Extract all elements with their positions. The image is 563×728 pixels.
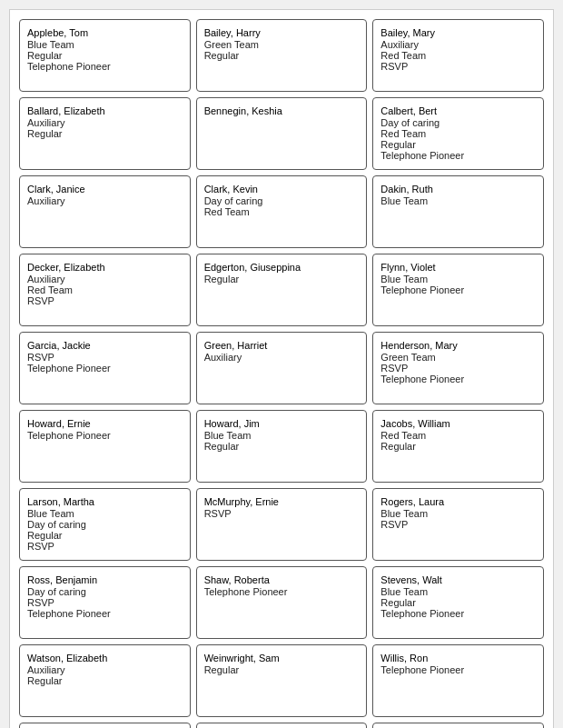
card: Applebe, TomBlue TeamRegularTelephone Pi… [19,19,191,92]
card-person-name: Applebe, Tom [27,27,183,38]
card: Dakin, RuthBlue Team [372,175,544,248]
card-detail-line: Green Team [204,39,360,50]
card-grid: Applebe, TomBlue TeamRegularTelephone Pi… [19,19,544,728]
card-detail-line: Blue Team [27,39,183,50]
card: Wilson, NancyRSVPTelephone Pioneer [19,723,191,728]
card-person-name: Green, Harriet [204,340,360,351]
card: Bailey, MaryAuxiliaryRed TeamRSVP [372,19,544,92]
card-detail-line: Telephone Pioneer [27,608,183,619]
card-person-name: Howard, Ernie [27,418,183,429]
page: Applebe, TomBlue TeamRegularTelephone Pi… [9,9,554,728]
card-person-name: Bailey, Harry [204,27,360,38]
card: Bailey, HarryGreen TeamRegular [196,19,368,92]
card-detail-line: Regular [27,675,183,686]
card-detail-line: Blue Team [380,274,536,284]
card-detail-line: Red Team [380,430,536,441]
card-detail-line: Day of caring [27,519,183,530]
card [372,723,544,728]
card: Larson, MarthaBlue TeamDay of caringRegu… [19,488,191,561]
card-detail-line: Auxiliary [27,664,183,675]
card-person-name: Flynn, Violet [380,262,536,273]
card [196,723,368,728]
card-detail-line: Blue Team [380,586,536,597]
card-person-name: Shaw, Roberta [204,574,360,585]
card-detail-line: Regular [380,597,536,608]
card: Rogers, LauraBlue TeamRSVP [372,488,544,561]
card-detail-line: RSVP [27,541,183,552]
card: Clark, JaniceAuxiliary [19,175,191,248]
card: Decker, ElizabethAuxiliaryRed TeamRSVP [19,254,191,326]
card: Green, HarrietAuxiliary [196,332,368,404]
card-detail-line: Regular [27,50,183,61]
card-detail-line: Regular [27,128,183,139]
card-detail-line: Telephone Pioneer [27,430,183,441]
card-detail-line: Regular [204,441,360,452]
card-detail-line: RSVP [27,597,183,608]
card: Jacobs, WilliamRed TeamRegular [372,410,544,483]
card-person-name: Calbert, Bert [380,105,536,116]
card-detail-line: Telephone Pioneer [380,608,536,619]
card: Shaw, RobertaTelephone Pioneer [196,566,368,639]
card: Ballard, ElizabethAuxiliaryRegular [19,97,191,170]
card-detail-line: Telephone Pioneer [27,61,183,72]
card: Henderson, MaryGreen TeamRSVPTelephone P… [372,332,544,404]
card-detail-line: Blue Team [380,508,536,519]
card-detail-line: Telephone Pioneer [27,363,183,374]
card-person-name: Howard, Jim [204,418,360,429]
card-detail-line: Day of caring [27,586,183,597]
card-detail-line: Red Team [204,206,360,217]
card: Willis, RonTelephone Pioneer [372,644,544,717]
card-detail-line: RSVP [380,61,536,72]
card-detail-line: Auxiliary [380,39,536,50]
card-person-name: Clark, Kevin [204,184,360,194]
card: Weinwright, SamRegular [196,644,368,717]
card-person-name: Henderson, Mary [380,340,536,351]
card-detail-line: Red Team [380,50,536,61]
card-person-name: Edgerton, Giuseppina [204,262,360,273]
card-person-name: Clark, Janice [27,184,183,194]
card-detail-line: RSVP [204,508,360,519]
card-person-name: Larson, Martha [27,496,183,507]
card-detail-line: Regular [380,139,536,150]
card-detail-line: Red Team [380,128,536,139]
card-person-name: Ross, Benjamin [27,574,183,585]
card-person-name: Stevens, Walt [380,574,536,585]
card-detail-line: Red Team [27,284,183,295]
card-person-name: Decker, Elizabeth [27,262,183,273]
card-person-name: Bailey, Mary [380,27,536,38]
card: Howard, JimBlue TeamRegular [196,410,368,483]
card-detail-line: Auxiliary [27,117,183,128]
card-detail-line: RSVP [27,352,183,363]
card-person-name: Willis, Ron [380,653,536,663]
card-person-name: Garcia, Jackie [27,340,183,351]
card-person-name: Watson, Elizabeth [27,653,183,663]
card: Howard, ErnieTelephone Pioneer [19,410,191,483]
card-detail-line: Telephone Pioneer [380,664,536,675]
card-person-name: Jacobs, William [380,418,536,429]
card-detail-line: Blue Team [204,430,360,441]
card-person-name: Weinwright, Sam [204,653,360,663]
card: Calbert, BertDay of caringRed TeamRegula… [372,97,544,170]
card-detail-line: Blue Team [380,195,536,206]
card-person-name: Bennegin, Keshia [204,105,360,116]
card: Ross, BenjaminDay of caringRSVPTelephone… [19,566,191,639]
card-detail-line: Auxiliary [27,274,183,284]
card-detail-line: Regular [204,274,360,284]
card-detail-line: Regular [204,664,360,675]
card-person-name: Rogers, Laura [380,496,536,507]
card-detail-line: Auxiliary [204,352,360,363]
card-detail-line: Regular [380,441,536,452]
card-detail-line: Auxiliary [27,195,183,206]
card: Flynn, VioletBlue TeamTelephone Pioneer [372,254,544,326]
card-detail-line: Regular [27,530,183,541]
card-person-name: McMurphy, Ernie [204,496,360,507]
card-detail-line: Day of caring [380,117,536,128]
card: Edgerton, GiuseppinaRegular [196,254,368,326]
card-detail-line: RSVP [380,519,536,530]
card-detail-line: Telephone Pioneer [380,374,536,384]
card: Bennegin, Keshia [196,97,368,170]
card: Clark, KevinDay of caringRed Team [196,175,368,248]
card-detail-line: Day of caring [204,195,360,206]
card-detail-line: RSVP [380,363,536,374]
card: Garcia, JackieRSVPTelephone Pioneer [19,332,191,404]
